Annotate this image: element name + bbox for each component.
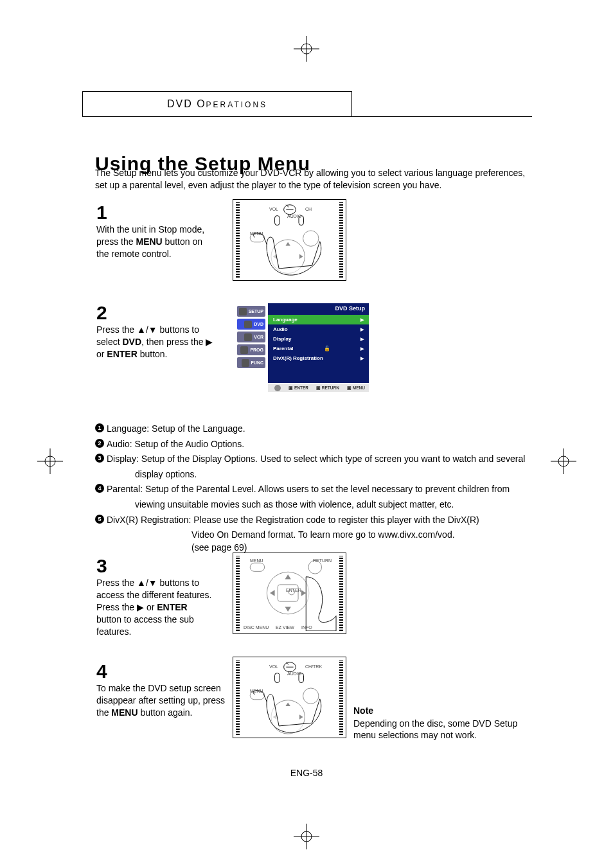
setup-footer: ▣ ENTER ▣ RETURN ▣ MENU xyxy=(268,384,369,392)
step-4: 4 To make the DVD setup screen disappear… xyxy=(96,662,225,719)
svg-rect-15 xyxy=(275,216,280,226)
header-text-1: DVD O xyxy=(167,98,206,109)
illustration-dvd-setup-screen: DVD Setup SETUP DVD VCR PROG FUNC Langua… xyxy=(233,299,374,396)
setup-item-audio: Audio▶ xyxy=(273,324,364,334)
step-2: 2 Press the ▲/▼ buttons to select DVD, t… xyxy=(96,303,215,360)
audio-label: AUDIO xyxy=(287,214,301,218)
audio-label: AUDIO xyxy=(287,671,301,676)
section-header: DVD OPERATIONS xyxy=(82,91,352,117)
note-block: Note Depending on the disc, some DVD Set… xyxy=(353,705,533,741)
step-number: 3 xyxy=(96,556,215,576)
feature-parental: 4Parental: Setup of the Parental Level. … xyxy=(95,483,532,496)
marker-5-icon: 5 xyxy=(95,515,104,524)
svg-rect-35 xyxy=(275,673,280,683)
svg-marker-28 xyxy=(285,574,290,579)
marker-3-icon: 3 xyxy=(95,454,104,463)
tab-vcr: VCR xyxy=(237,332,265,342)
arrow-right-icon: ▶ xyxy=(360,337,364,342)
dvd-setup-title: DVD Setup xyxy=(335,305,365,312)
setup-item-language: Language▶ xyxy=(268,315,369,324)
menu-label: MENU xyxy=(250,231,263,236)
ezview-label: EZ VIEW xyxy=(276,625,294,630)
gear-icon xyxy=(239,308,247,315)
gear-icon xyxy=(274,385,281,391)
feature-language: 1Language: Setup of the Language. xyxy=(95,423,532,436)
svg-marker-22 xyxy=(299,254,303,258)
svg-marker-30 xyxy=(270,590,274,596)
lock-icon: 🔓 xyxy=(324,346,330,351)
setup-items: Language▶ Audio▶ Display▶ Parental🔓▶ Div… xyxy=(273,315,364,363)
registration-mark-icon xyxy=(551,448,576,474)
arrow-right-icon: ▶ xyxy=(360,327,364,332)
discmenu-label: DISC MENU xyxy=(244,625,269,630)
header-text-2: PERATIONS xyxy=(206,100,267,109)
step-number: 4 xyxy=(96,662,225,681)
page-footer: ENG-58 xyxy=(0,768,613,778)
feature-divx-cont1: Video On Demand format. To learn more go… xyxy=(191,529,532,542)
registration-mark-icon xyxy=(294,36,319,62)
return-key-icon: ▣ xyxy=(316,385,321,390)
setup-side-tabs: SETUP DVD VCR PROG FUNC xyxy=(237,306,265,370)
arrow-right-icon: ▶ xyxy=(360,356,364,361)
svg-marker-31 xyxy=(301,590,306,596)
svg-marker-42 xyxy=(299,714,303,719)
svg-rect-26 xyxy=(278,585,298,601)
feature-divx: 5DivX(R) Registration: Please use the Re… xyxy=(95,514,532,527)
feature-list: 1Language: Setup of the Language. 2Audio… xyxy=(95,423,532,554)
clock-icon xyxy=(240,346,248,354)
tab-dvd: DVD xyxy=(237,319,265,330)
svg-rect-23 xyxy=(250,563,264,571)
registration-mark-icon xyxy=(294,824,319,849)
illustration-remote-menu-again: VOL AUDIO CH/TRK MENU xyxy=(233,657,346,738)
tab-prog: PROG xyxy=(237,344,265,355)
menu-key-icon: ▣ xyxy=(347,385,351,390)
marker-1-icon: 1 xyxy=(95,423,104,432)
vol-label: VOL xyxy=(269,207,278,211)
tab-setup: SETUP xyxy=(237,306,265,317)
marker-2-icon: 2 xyxy=(95,439,104,448)
step-3: 3 Press the ▲/▼ buttons to access the di… xyxy=(96,556,215,637)
arrow-right-icon: ▶ xyxy=(360,346,364,351)
feature-display-cont: display options. xyxy=(135,468,532,481)
step-1: 1 With the unit in Stop mode, press the … xyxy=(96,203,215,260)
step-number: 2 xyxy=(96,303,215,323)
enter-key-icon: ▣ xyxy=(289,385,293,390)
registration-mark-icon xyxy=(37,448,63,474)
feature-parental-cont: viewing unsuitable movies such as those … xyxy=(135,499,532,511)
svg-marker-40 xyxy=(285,702,290,706)
step-body: Press the ▲/▼ buttons to select DVD, the… xyxy=(96,324,215,360)
illustration-remote-menu: VOL AUDIO CH MENU xyxy=(233,199,346,281)
func-icon xyxy=(242,359,249,367)
header-rule xyxy=(82,116,532,117)
setup-item-parental: Parental🔓▶ xyxy=(273,344,364,353)
vol-label: VOL xyxy=(269,664,278,669)
info-label: INFO xyxy=(301,625,312,630)
tab-func: FUNC xyxy=(237,357,265,368)
step-body: With the unit in Stop mode, press the ME… xyxy=(96,224,215,260)
setup-item-divx: DivX(R) Registration▶ xyxy=(273,353,364,363)
feature-display: 3Display: Setup of the Display Options. … xyxy=(95,453,532,466)
note-body: Depending on the disc, some DVD Setup me… xyxy=(353,718,533,741)
intro-text: The Setup menu lets you customize your D… xyxy=(95,167,532,191)
step-body: To make the DVD setup screen disappear a… xyxy=(96,682,225,719)
return-label: RETURN xyxy=(313,558,332,563)
setup-item-display: Display▶ xyxy=(273,334,364,344)
enter-label: ENTER xyxy=(286,588,301,592)
ch-label: CH xyxy=(305,207,312,211)
feature-audio: 2Audio: Setup of the Audio Options. xyxy=(95,438,532,451)
svg-marker-29 xyxy=(285,607,290,612)
svg-marker-20 xyxy=(285,242,290,246)
illustration-remote-enter: MENU RETURN ENTER DISC MENU EZ VIEW INFO xyxy=(233,553,346,634)
svg-point-18 xyxy=(303,231,319,246)
step-number: 1 xyxy=(96,203,215,222)
note-title: Note xyxy=(353,705,533,716)
arrow-right-icon: ▶ xyxy=(360,317,364,323)
step-body: Press the ▲/▼ buttons to access the diff… xyxy=(96,577,215,637)
chtrk-label: CH/TRK xyxy=(305,664,322,669)
tape-icon xyxy=(244,333,252,341)
menu-label: MENU xyxy=(250,689,263,693)
remote-hand-icon xyxy=(236,556,343,631)
marker-4-icon: 4 xyxy=(95,484,104,493)
disc-icon xyxy=(244,321,252,328)
svg-point-38 xyxy=(303,688,319,704)
